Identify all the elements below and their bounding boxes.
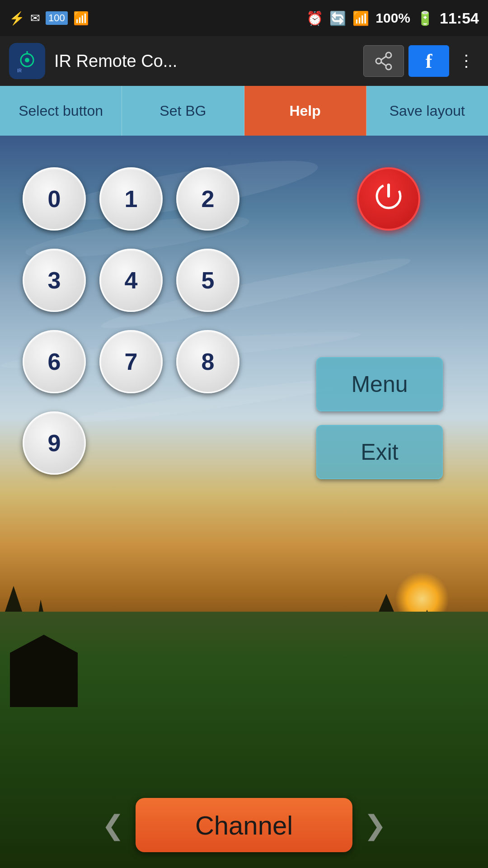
battery-icon: 🔋 [417,10,433,26]
battery-level-icon: 100 [46,11,68,25]
button-4[interactable]: 4 [99,249,163,312]
button-2[interactable]: 2 [176,167,239,231]
channel-bar: ❮ Channel ❯ [0,796,488,868]
svg-line-8 [381,57,386,60]
svg-point-6 [376,58,381,64]
signal-icon: 📶 [352,10,369,26]
share-button[interactable] [363,45,404,77]
prev-channel-button[interactable]: ❮ [90,802,136,848]
alarm-icon: ⏰ [306,10,323,26]
tab-select-button[interactable]: Select button [0,86,122,136]
remote-area: 0 1 2 3 4 5 6 7 8 9 Menu [0,136,488,800]
svg-line-9 [381,62,386,66]
button-1[interactable]: 1 [99,167,163,231]
svg-point-7 [386,64,391,70]
tab-bar: Select button Set BG Help Save layout [0,86,488,136]
power-icon [373,180,404,217]
menu-button[interactable]: Menu [316,357,443,411]
battery-percent: 100% [375,10,410,26]
svg-point-5 [386,52,391,58]
app-bar-actions: f ⋮ [363,45,479,77]
button-7[interactable]: 7 [99,330,163,393]
tab-help[interactable]: Help [244,86,366,136]
channel-button[interactable]: Channel [136,798,352,852]
fb-icon: f [426,50,432,73]
status-bar: ⚡ ✉ 100 📶 ⏰ 🔄 📶 100% 🔋 11:54 [0,0,488,36]
more-options-button[interactable]: ⋮ [454,52,479,71]
button-0[interactable]: 0 [23,167,86,231]
app-icon: IR [9,43,45,79]
email-icon: ✉ [30,11,40,25]
button-5[interactable]: 5 [176,249,239,312]
app-title: IR Remote Co... [54,52,354,71]
button-6[interactable]: 6 [23,330,86,393]
sync-icon: 🔄 [329,10,346,26]
svg-text:IR: IR [17,68,22,73]
button-3[interactable]: 3 [23,249,86,312]
button-9[interactable]: 9 [23,411,86,475]
usb-icon: ⚡ [9,11,25,26]
tab-save-layout[interactable]: Save layout [366,86,488,136]
facebook-button[interactable]: f [408,45,449,77]
next-channel-button[interactable]: ❯ [352,802,398,848]
status-time: 11:54 [440,9,479,27]
app-bar: IR IR Remote Co... f ⋮ [0,36,488,86]
tab-set-bg[interactable]: Set BG [122,86,244,136]
svg-point-2 [25,58,29,62]
wifi-icon: 📶 [73,11,89,26]
exit-button[interactable]: Exit [316,425,443,479]
power-button[interactable] [357,167,420,231]
button-8[interactable]: 8 [176,330,239,393]
